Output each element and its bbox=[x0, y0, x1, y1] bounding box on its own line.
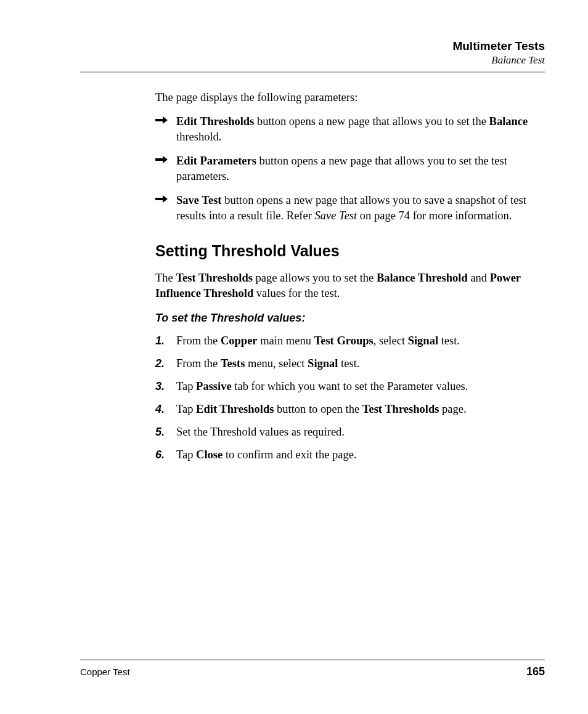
section-subtitle: Balance Test bbox=[80, 54, 545, 67]
step-bold: Edit Thresholds bbox=[196, 403, 274, 415]
page-header: Multimeter Tests Balance Test bbox=[80, 39, 545, 67]
step-bold: Close bbox=[196, 448, 223, 461]
step-item: Tap Edit Thresholds button to open the T… bbox=[155, 402, 539, 417]
page-footer: Copper Test 165 bbox=[80, 659, 545, 678]
step-text: to confirm and exit the page. bbox=[223, 448, 356, 461]
chapter-title: Multimeter Tests bbox=[80, 39, 545, 53]
bullet-tail: on page 74 for more information. bbox=[357, 209, 512, 222]
step-item: Tap Passive tab for which you want to se… bbox=[155, 379, 539, 394]
footer-row: Copper Test 165 bbox=[80, 665, 545, 678]
text: values for the test. bbox=[253, 287, 340, 299]
step-bold: Signal bbox=[308, 357, 338, 370]
step-item: Set the Threshold values as required. bbox=[155, 424, 539, 440]
text: and bbox=[468, 272, 490, 284]
step-bold: Test Groups bbox=[314, 335, 374, 347]
step-text: Tap bbox=[176, 448, 196, 461]
text-bold: Test Thresholds bbox=[176, 272, 253, 284]
page-number: 165 bbox=[526, 665, 545, 678]
step-text: button to open the bbox=[274, 403, 362, 415]
step-text: main menu bbox=[258, 335, 314, 347]
step-item: From the Copper main menu Test Groups, s… bbox=[155, 333, 539, 349]
step-item: From the Tests menu, select Signal test. bbox=[155, 356, 539, 371]
bullet-tail: threshold. bbox=[176, 131, 221, 143]
steps-list: From the Copper main menu Test Groups, s… bbox=[155, 333, 539, 463]
body-content: The page displays the following paramete… bbox=[80, 90, 545, 463]
procedure-subhead: To set the Threshold values: bbox=[155, 310, 539, 325]
list-item: Edit Thresholds button opens a new page … bbox=[155, 114, 539, 145]
list-item: Save Test button opens a new page that a… bbox=[155, 193, 539, 224]
step-bold: Signal bbox=[408, 335, 438, 347]
text: The bbox=[155, 272, 176, 284]
step-bold: Test Thresholds bbox=[362, 403, 439, 415]
list-item: Edit Parameters button opens a new page … bbox=[155, 153, 539, 184]
step-text: From the bbox=[176, 335, 221, 347]
step-text: test. bbox=[338, 357, 359, 370]
bullet-lead: Edit Parameters bbox=[176, 155, 256, 167]
step-bold: Copper bbox=[221, 335, 258, 347]
step-text: tab for which you want to set the Parame… bbox=[232, 380, 468, 392]
intro-paragraph: The page displays the following paramete… bbox=[155, 90, 539, 105]
parameter-list: Edit Thresholds button opens a new page … bbox=[155, 114, 539, 224]
step-text: Tap bbox=[176, 403, 196, 415]
step-text: test. bbox=[438, 335, 460, 347]
bullet-italic: Save Test bbox=[315, 209, 357, 222]
section-heading: Setting Threshold Values bbox=[155, 241, 539, 262]
step-text: , select bbox=[374, 335, 408, 347]
bullet-bold: Balance bbox=[489, 115, 528, 128]
footer-doc-title: Copper Test bbox=[80, 667, 130, 677]
arrow-icon bbox=[155, 195, 168, 204]
arrow-icon bbox=[155, 156, 168, 164]
footer-rule bbox=[80, 659, 545, 660]
step-text: menu, select bbox=[245, 357, 308, 370]
step-text: Tap bbox=[176, 380, 196, 392]
text: page allows you to set the bbox=[253, 272, 377, 284]
step-text: Set the Threshold values as required. bbox=[176, 426, 345, 438]
bullet-lead: Edit Thresholds bbox=[176, 115, 254, 128]
step-bold: Passive bbox=[196, 380, 232, 392]
section-intro: The Test Thresholds page allows you to s… bbox=[155, 270, 539, 301]
bullet-lead: Save Test bbox=[176, 194, 222, 206]
text-bold: Balance Threshold bbox=[377, 272, 468, 284]
step-bold: Tests bbox=[221, 357, 245, 370]
bullet-text: button opens a new page that allows you … bbox=[254, 115, 489, 128]
header-rule bbox=[80, 71, 545, 73]
page: Multimeter Tests Balance Test The page d… bbox=[0, 0, 588, 714]
step-text: From the bbox=[176, 357, 221, 370]
step-item: Tap Close to confirm and exit the page. bbox=[155, 447, 539, 463]
step-text: page. bbox=[439, 403, 466, 415]
arrow-icon bbox=[155, 116, 168, 125]
